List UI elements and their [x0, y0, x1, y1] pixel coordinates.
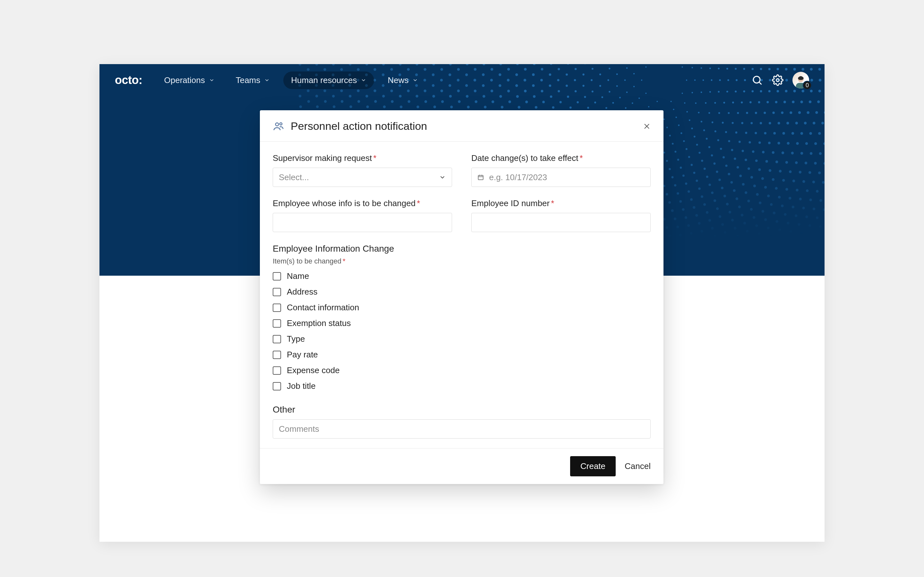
svg-point-711 [703, 272, 706, 275]
settings-icon[interactable] [772, 74, 783, 86]
create-button[interactable]: Create [570, 456, 615, 476]
check-item-address[interactable]: Address [273, 287, 651, 297]
check-item-pay-rate[interactable]: Pay rate [273, 350, 651, 359]
checkbox[interactable] [273, 319, 281, 327]
svg-point-566 [726, 239, 729, 242]
svg-point-279 [781, 111, 783, 114]
svg-point-329 [724, 195, 726, 197]
svg-point-701 [798, 223, 800, 226]
svg-point-396 [525, 101, 528, 103]
svg-point-95 [714, 131, 716, 132]
svg-point-332 [693, 206, 695, 209]
svg-point-144 [750, 101, 752, 103]
check-label: Exemption status [287, 318, 351, 328]
close-icon[interactable] [643, 122, 651, 130]
employee-id-input[interactable] [471, 213, 651, 232]
check-item-job-title[interactable]: Job title [273, 381, 651, 391]
svg-point-971 [408, 100, 410, 103]
svg-point-523 [671, 243, 674, 245]
svg-point-509 [799, 171, 801, 173]
check-item-type[interactable]: Type [273, 334, 651, 344]
checkbox[interactable] [273, 335, 281, 343]
nav-item-news[interactable]: News [380, 71, 426, 89]
svg-point-175 [755, 112, 757, 114]
svg-point-180 [722, 156, 725, 158]
svg-point-241 [775, 101, 778, 103]
svg-point-84 [606, 107, 607, 109]
svg-point-369 [753, 185, 756, 187]
nav-item-teams[interactable]: Teams [228, 71, 278, 89]
supervisor-select[interactable]: Select... [273, 168, 452, 187]
svg-point-705 [763, 249, 766, 251]
svg-point-506 [814, 142, 817, 145]
checkbox[interactable] [273, 366, 281, 375]
svg-point-99 [674, 151, 676, 153]
svg-point-925 [815, 274, 817, 276]
modal-header: Personnel action notification [260, 110, 664, 142]
checkbox[interactable] [273, 272, 281, 280]
check-item-exemption-status[interactable]: Exemption status [273, 318, 651, 328]
svg-point-889 [433, 105, 436, 108]
checkbox[interactable] [273, 303, 281, 312]
svg-point-615 [708, 254, 711, 256]
svg-point-250 [718, 179, 721, 181]
search-icon[interactable] [751, 74, 763, 86]
svg-point-698 [819, 199, 822, 201]
svg-point-1087 [366, 105, 368, 108]
svg-point-616 [698, 256, 700, 259]
date-field[interactable] [489, 172, 645, 182]
svg-point-282 [768, 142, 771, 144]
checkbox[interactable] [273, 351, 281, 359]
effective-date-input[interactable] [471, 168, 651, 187]
svg-point-411 [785, 161, 788, 163]
svg-point-748 [816, 216, 819, 219]
svg-point-206 [766, 101, 769, 103]
other-comments-input[interactable] [273, 419, 651, 438]
svg-point-511 [785, 188, 788, 190]
svg-point-151 [701, 160, 703, 162]
svg-point-595 [491, 100, 494, 103]
svg-point-568 [706, 246, 708, 248]
svg-point-120 [725, 131, 727, 133]
check-item-contact-information[interactable]: Contact information [273, 303, 651, 313]
check-item-name[interactable]: Name [273, 271, 651, 281]
svg-point-454 [813, 122, 815, 124]
svg-point-77 [672, 143, 674, 145]
check-label: Pay rate [287, 350, 318, 359]
svg-point-412 [779, 170, 782, 172]
employee-input[interactable] [273, 213, 452, 232]
svg-point-73 [712, 121, 714, 123]
svg-point-292 [679, 200, 682, 203]
svg-point-565 [736, 235, 739, 237]
svg-point-374 [706, 211, 708, 214]
svg-point-97 [696, 143, 698, 145]
svg-point-212 [734, 158, 736, 160]
svg-point-558 [796, 189, 798, 191]
svg-point-121 [717, 139, 719, 141]
svg-point-512 [778, 196, 780, 198]
svg-point-361 [798, 111, 801, 114]
svg-point-457 [800, 152, 803, 155]
svg-point-252 [698, 187, 701, 190]
checkbox[interactable] [273, 288, 281, 296]
svg-point-1201 [324, 100, 326, 103]
svg-point-251 [708, 184, 711, 186]
svg-point-522 [682, 242, 684, 244]
check-item-expense-code[interactable]: Expense code [273, 366, 651, 376]
nav-item-human-resources[interactable]: Human resources [283, 71, 374, 89]
comments-field[interactable] [279, 424, 645, 434]
svg-point-126 [666, 160, 668, 162]
nav-item-operations[interactable]: Operations [156, 71, 222, 89]
checkbox[interactable] [273, 382, 281, 390]
cancel-button[interactable]: Cancel [625, 461, 651, 471]
svg-point-290 [701, 195, 703, 198]
svg-point-94 [722, 122, 724, 124]
employee-field[interactable] [279, 218, 446, 227]
svg-point-253 [688, 190, 690, 193]
employee-id-field[interactable] [477, 218, 645, 227]
svg-point-364 [787, 142, 789, 145]
svg-point-520 [703, 238, 706, 240]
avatar[interactable]: 0 [792, 72, 809, 89]
chevron-down-icon [360, 77, 367, 83]
change-items-list: Name Address Contact information Exempti… [273, 271, 651, 391]
